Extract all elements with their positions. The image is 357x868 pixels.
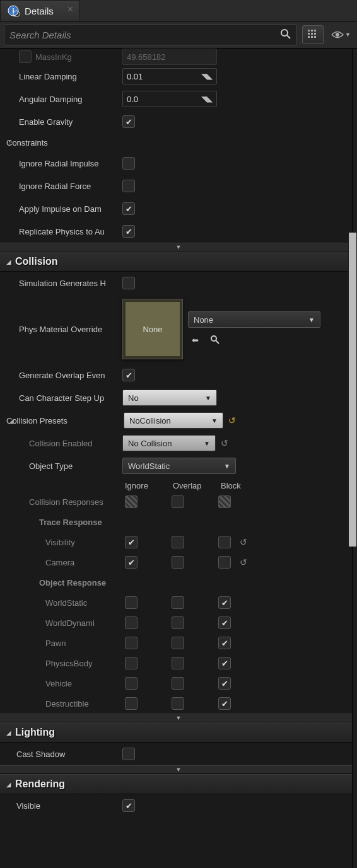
resp-all-block[interactable]: [218, 495, 231, 508]
chevron-down-icon: ▼: [205, 395, 211, 402]
property-matrix-button[interactable]: [302, 25, 324, 44]
use-selected-icon[interactable]: ⬅: [188, 333, 202, 347]
lighting-expand-bar[interactable]: ▼: [0, 765, 357, 774]
collision-header[interactable]: ◢ Collision: [0, 252, 357, 272]
collapse-icon: ◢: [6, 729, 11, 736]
destructible-overlap[interactable]: [172, 697, 184, 710]
chevron-down-icon: ▼: [204, 440, 210, 447]
view-options-button[interactable]: ▼: [329, 30, 353, 39]
phys-mat-override-label: Phys Material Override: [19, 325, 102, 334]
physicsbody-overlap[interactable]: [172, 657, 184, 669]
angular-damping-value: 0.0: [127, 95, 138, 104]
enable-gravity-checkbox[interactable]: [122, 115, 135, 128]
worldstatic-block[interactable]: [218, 596, 231, 609]
linear-damping-field[interactable]: 0.01◥◣: [122, 68, 217, 84]
visible-checkbox[interactable]: [122, 799, 135, 812]
constraints-label: Constraints: [6, 138, 48, 148]
worlddynamic-ignore[interactable]: [125, 616, 138, 629]
spinner-icon[interactable]: ◥◣: [201, 95, 213, 103]
angular-damping-label: Angular Damping: [19, 95, 82, 104]
svg-point-14: [336, 33, 339, 37]
pawn-block[interactable]: [218, 637, 231, 649]
mass-checkbox[interactable]: [19, 50, 32, 63]
chevron-down-icon: ▼: [224, 463, 230, 470]
ignore-radial-force-label: Ignore Radial Force: [19, 182, 91, 191]
camera-overlap[interactable]: [172, 556, 184, 569]
worldstatic-ignore[interactable]: [125, 596, 138, 609]
scrollbar-thumb[interactable]: [348, 232, 357, 547]
destructible-block[interactable]: [218, 697, 231, 710]
phys-mat-dropdown[interactable]: None▼: [188, 311, 320, 328]
rendering-title: Rendering: [15, 778, 65, 790]
mass-value: 49.658182: [127, 52, 165, 62]
details-tab[interactable]: i Details ✕: [0, 0, 79, 21]
visibility-overlap[interactable]: [172, 536, 184, 548]
worlddynamic-block[interactable]: [218, 616, 231, 629]
visibility-block[interactable]: [218, 536, 231, 548]
cast-shadow-checkbox[interactable]: [122, 748, 135, 760]
svg-rect-10: [314, 33, 316, 35]
rendering-header[interactable]: ◢ Rendering: [0, 774, 357, 794]
destructible-ignore[interactable]: [125, 697, 138, 710]
collision-presets-label: Collision Presets: [6, 416, 67, 425]
visibility-ignore[interactable]: [125, 536, 138, 548]
pawn-label: Pawn: [45, 639, 66, 648]
can-step-up-dropdown[interactable]: No▼: [122, 390, 217, 406]
close-icon[interactable]: ✕: [67, 4, 74, 14]
phys-mat-thumbnail[interactable]: None: [122, 299, 183, 359]
worldstatic-overlap[interactable]: [172, 596, 184, 609]
spinner-icon[interactable]: ◥◣: [201, 72, 213, 81]
reset-icon[interactable]: ↺: [240, 557, 247, 567]
replicate-physics-checkbox[interactable]: [122, 225, 135, 238]
angular-damping-field[interactable]: 0.0◥◣: [122, 91, 217, 107]
vehicle-ignore[interactable]: [125, 677, 138, 690]
vehicle-block[interactable]: [218, 677, 231, 690]
camera-block[interactable]: [218, 556, 231, 569]
reset-icon[interactable]: ↺: [240, 537, 247, 547]
ignore-radial-force-checkbox[interactable]: [122, 180, 135, 192]
search-box[interactable]: [4, 24, 297, 45]
block-header: Block: [221, 481, 256, 490]
svg-rect-13: [314, 36, 316, 38]
info-icon: i: [7, 4, 20, 17]
apply-impulse-label: Apply Impulse on Dam: [19, 204, 102, 214]
reset-icon[interactable]: ↺: [228, 415, 236, 425]
object-response-label: Object Response: [39, 578, 106, 587]
gen-overlap-checkbox[interactable]: [122, 369, 135, 381]
svg-point-3: [281, 30, 288, 36]
object-type-label: Object Type: [29, 461, 73, 471]
object-type-value: WorldStatic: [128, 461, 170, 471]
search-input[interactable]: [9, 30, 280, 40]
resp-all-ignore[interactable]: [125, 495, 138, 508]
collapse-icon: ◢: [6, 258, 11, 265]
physicsbody-label: PhysicsBody: [45, 659, 92, 668]
gen-overlap-label: Generate Overlap Even: [19, 371, 105, 380]
collision-presets-dropdown[interactable]: NoCollision▼: [124, 412, 223, 429]
lighting-header[interactable]: ◢ Lighting: [0, 722, 357, 743]
camera-ignore[interactable]: [125, 556, 138, 569]
collision-expand-bar[interactable]: ▼: [0, 714, 357, 722]
resp-all-overlap[interactable]: [172, 495, 184, 508]
vehicle-overlap[interactable]: [172, 677, 184, 690]
physics-expand-bar[interactable]: ▼: [0, 243, 357, 252]
worlddynamic-overlap[interactable]: [172, 616, 184, 629]
physicsbody-block[interactable]: [218, 657, 231, 669]
overlap-header: Overlap: [173, 481, 208, 490]
pawn-ignore[interactable]: [125, 637, 138, 649]
linear-damping-value: 0.01: [127, 72, 143, 81]
replicate-physics-label: Replicate Physics to Au: [19, 227, 105, 236]
search-icon: [280, 28, 291, 42]
mass-label: MassInKg: [35, 52, 72, 62]
collision-enabled-dropdown[interactable]: No Collision▼: [122, 435, 216, 451]
apply-impulse-checkbox[interactable]: [122, 202, 135, 215]
browse-icon[interactable]: [208, 333, 222, 347]
svg-rect-8: [308, 33, 310, 35]
object-type-dropdown[interactable]: WorldStatic▼: [122, 458, 236, 474]
sim-gen-hits-checkbox[interactable]: [122, 277, 135, 289]
svg-line-16: [216, 340, 219, 344]
pawn-overlap[interactable]: [172, 637, 184, 649]
reset-icon[interactable]: ↺: [221, 438, 228, 448]
physicsbody-ignore[interactable]: [125, 657, 138, 669]
ignore-radial-impulse-checkbox[interactable]: [122, 157, 135, 170]
presets-expander[interactable]: ◢: [9, 417, 14, 424]
